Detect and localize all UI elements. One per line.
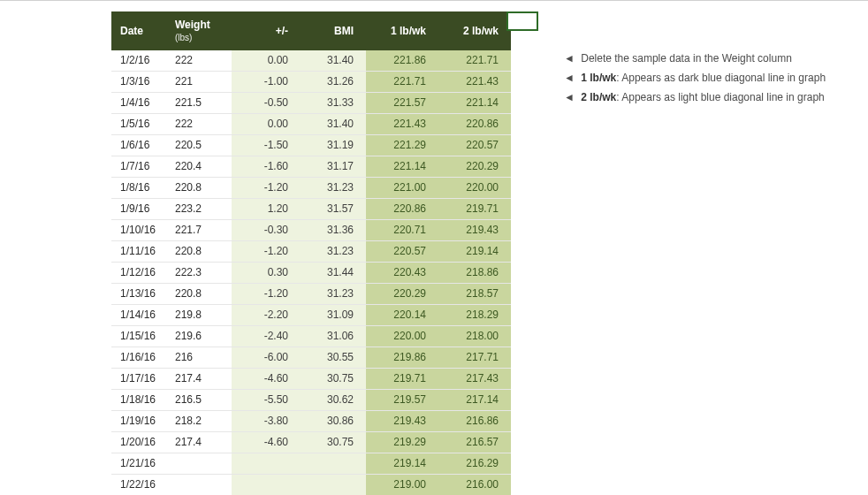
cell-1lbwk[interactable]: 219.43 bbox=[366, 411, 438, 432]
cell-plus-minus[interactable]: -1.20 bbox=[232, 241, 301, 263]
cell-2lbwk[interactable]: 216.00 bbox=[438, 475, 511, 496]
cell-bmi[interactable]: 30.55 bbox=[301, 347, 366, 369]
cell-1lbwk[interactable]: 219.14 bbox=[366, 453, 438, 475]
cell-plus-minus[interactable]: -1.50 bbox=[232, 135, 301, 156]
cell-bmi[interactable]: 31.06 bbox=[301, 326, 366, 347]
cell-2lbwk[interactable]: 217.43 bbox=[438, 369, 511, 390]
cell-bmi[interactable]: 31.23 bbox=[301, 178, 366, 199]
cell-2lbwk[interactable]: 221.14 bbox=[438, 93, 511, 114]
cell-plus-minus[interactable]: -2.20 bbox=[232, 305, 301, 326]
cell-bmi[interactable]: 31.44 bbox=[301, 263, 366, 284]
cell-1lbwk[interactable]: 221.00 bbox=[366, 178, 438, 199]
cell-date[interactable]: 1/6/16 bbox=[111, 135, 166, 156]
header-weight[interactable]: Weight (lbs) bbox=[166, 11, 232, 50]
cell-weight[interactable]: 221 bbox=[166, 72, 232, 93]
cell-1lbwk[interactable]: 219.71 bbox=[366, 369, 438, 390]
cell-bmi[interactable]: 30.75 bbox=[301, 432, 366, 453]
cell-1lbwk[interactable]: 219.29 bbox=[366, 432, 438, 453]
cell-weight[interactable] bbox=[166, 475, 232, 496]
cell-plus-minus[interactable]: -6.00 bbox=[232, 347, 301, 369]
cell-1lbwk[interactable]: 220.86 bbox=[366, 199, 438, 220]
cell-1lbwk[interactable]: 220.71 bbox=[366, 220, 438, 241]
cell-2lbwk[interactable]: 216.29 bbox=[438, 453, 511, 475]
cell-date[interactable]: 1/18/16 bbox=[111, 390, 166, 411]
cell-weight[interactable]: 221.5 bbox=[166, 93, 232, 114]
cell-weight[interactable]: 221.7 bbox=[166, 220, 232, 241]
cell-bmi[interactable] bbox=[301, 475, 366, 496]
cell-1lbwk[interactable]: 219.86 bbox=[366, 347, 438, 369]
cell-1lbwk[interactable]: 221.14 bbox=[366, 156, 438, 178]
cell-2lbwk[interactable]: 218.57 bbox=[438, 284, 511, 305]
cell-2lbwk[interactable]: 221.43 bbox=[438, 72, 511, 93]
cell-weight[interactable]: 219.6 bbox=[166, 326, 232, 347]
cell-date[interactable]: 1/11/16 bbox=[111, 241, 166, 263]
cell-1lbwk[interactable]: 221.57 bbox=[366, 93, 438, 114]
cell-2lbwk[interactable]: 221.71 bbox=[438, 50, 511, 72]
cell-weight[interactable]: 217.4 bbox=[166, 432, 232, 453]
cell-date[interactable]: 1/7/16 bbox=[111, 156, 166, 178]
cell-bmi[interactable]: 31.40 bbox=[301, 50, 366, 72]
cell-bmi[interactable] bbox=[301, 453, 366, 475]
cell-bmi[interactable]: 31.19 bbox=[301, 135, 366, 156]
cell-2lbwk[interactable]: 218.00 bbox=[438, 326, 511, 347]
cell-1lbwk[interactable]: 221.86 bbox=[366, 50, 438, 72]
cell-bmi[interactable]: 30.62 bbox=[301, 390, 366, 411]
cell-weight[interactable]: 220.8 bbox=[166, 241, 232, 263]
cell-plus-minus[interactable]: 0.00 bbox=[232, 114, 301, 135]
header-1lbwk[interactable]: 1 lb/wk bbox=[366, 11, 438, 50]
cell-2lbwk[interactable]: 218.29 bbox=[438, 305, 511, 326]
cell-1lbwk[interactable]: 221.71 bbox=[366, 72, 438, 93]
cell-date[interactable]: 1/10/16 bbox=[111, 220, 166, 241]
cell-plus-minus[interactable]: -0.50 bbox=[232, 93, 301, 114]
cell-2lbwk[interactable]: 219.43 bbox=[438, 220, 511, 241]
cell-date[interactable]: 1/2/16 bbox=[111, 50, 166, 72]
cell-date[interactable]: 1/9/16 bbox=[111, 199, 166, 220]
cell-1lbwk[interactable]: 220.14 bbox=[366, 305, 438, 326]
cell-plus-minus[interactable] bbox=[232, 453, 301, 475]
cell-1lbwk[interactable]: 220.29 bbox=[366, 284, 438, 305]
cell-weight[interactable]: 219.8 bbox=[166, 305, 232, 326]
cell-date[interactable]: 1/17/16 bbox=[111, 369, 166, 390]
cell-bmi[interactable]: 31.57 bbox=[301, 199, 366, 220]
cell-bmi[interactable]: 31.09 bbox=[301, 305, 366, 326]
cell-plus-minus[interactable]: -1.00 bbox=[232, 72, 301, 93]
cell-2lbwk[interactable]: 220.86 bbox=[438, 114, 511, 135]
cell-date[interactable]: 1/22/16 bbox=[111, 475, 166, 496]
cell-weight[interactable]: 220.8 bbox=[166, 284, 232, 305]
cell-plus-minus[interactable]: -0.30 bbox=[232, 220, 301, 241]
header-bmi[interactable]: BMI bbox=[301, 11, 366, 50]
cell-plus-minus[interactable]: 1.20 bbox=[232, 199, 301, 220]
cell-1lbwk[interactable]: 219.00 bbox=[366, 475, 438, 496]
cell-weight[interactable]: 220.5 bbox=[166, 135, 232, 156]
cell-bmi[interactable]: 31.33 bbox=[301, 93, 366, 114]
cell-1lbwk[interactable]: 220.00 bbox=[366, 326, 438, 347]
cell-1lbwk[interactable]: 219.57 bbox=[366, 390, 438, 411]
cell-date[interactable]: 1/5/16 bbox=[111, 114, 166, 135]
cell-plus-minus[interactable]: -5.50 bbox=[232, 390, 301, 411]
cell-plus-minus[interactable]: -1.60 bbox=[232, 156, 301, 178]
cell-date[interactable]: 1/8/16 bbox=[111, 178, 166, 199]
cell-weight[interactable]: 222.3 bbox=[166, 263, 232, 284]
cell-plus-minus[interactable]: -4.60 bbox=[232, 432, 301, 453]
cell-bmi[interactable]: 31.26 bbox=[301, 72, 366, 93]
cell-bmi[interactable]: 31.40 bbox=[301, 114, 366, 135]
cell-weight[interactable] bbox=[166, 453, 232, 475]
cell-bmi[interactable]: 31.36 bbox=[301, 220, 366, 241]
cell-bmi[interactable]: 31.17 bbox=[301, 156, 366, 178]
cell-date[interactable]: 1/20/16 bbox=[111, 432, 166, 453]
cell-weight[interactable]: 223.2 bbox=[166, 199, 232, 220]
cell-2lbwk[interactable]: 217.71 bbox=[438, 347, 511, 369]
selected-cell[interactable] bbox=[506, 11, 538, 31]
cell-date[interactable]: 1/14/16 bbox=[111, 305, 166, 326]
cell-2lbwk[interactable]: 216.57 bbox=[438, 432, 511, 453]
cell-date[interactable]: 1/21/16 bbox=[111, 453, 166, 475]
cell-plus-minus[interactable]: 0.00 bbox=[232, 50, 301, 72]
cell-weight[interactable]: 220.8 bbox=[166, 178, 232, 199]
cell-weight[interactable]: 216 bbox=[166, 347, 232, 369]
cell-weight[interactable]: 218.2 bbox=[166, 411, 232, 432]
cell-plus-minus[interactable]: -1.20 bbox=[232, 178, 301, 199]
cell-plus-minus[interactable] bbox=[232, 475, 301, 496]
cell-bmi[interactable]: 30.75 bbox=[301, 369, 366, 390]
cell-2lbwk[interactable]: 219.14 bbox=[438, 241, 511, 263]
cell-2lbwk[interactable]: 216.86 bbox=[438, 411, 511, 432]
